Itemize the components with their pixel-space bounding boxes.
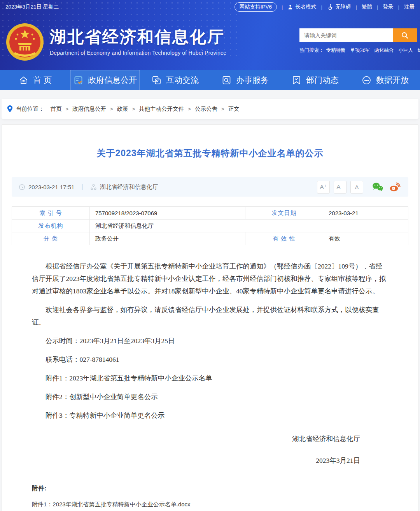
nav-home[interactable]: 首 页 (0, 70, 70, 90)
services-icon (221, 75, 232, 85)
signature-block: 湖北省经济和信息化厅 2023年3月21日 (32, 433, 388, 467)
font-increase-button[interactable]: A⁺ (317, 181, 330, 194)
separator: > (188, 106, 191, 112)
weibo-share-icon[interactable] (389, 181, 401, 192)
breadcrumb: 当前位置： 首页 > 政府信息公开 > 政策 > 其他主动公开文件 > 公示公告… (2, 99, 418, 119)
document-info-table: 索 引 号 757009218/2023-07069 发文日期 2023-03-… (12, 206, 408, 245)
nav-services[interactable]: 办事服务 (210, 70, 280, 90)
publish-source: 湖北省经济和信息化厅 (100, 183, 158, 191)
table-row: 发布机构 湖北省经济和信息化厅 (12, 220, 408, 232)
paragraph: 根据省经信厅办公室《关于开展第五批专精特新中小企业培育工作的通知》（鄂经信办函〔… (32, 260, 388, 297)
paragraph: 附件1：2023年湖北省第五批专精特新中小企业公示名单 (32, 372, 388, 384)
article-meta-bar: 2023-03-21 17:51 | 湖北省经济和信息化厅 A⁺ A⁻ A (12, 177, 408, 197)
breadcrumb-other-docs[interactable]: 其他主动公开文件 (139, 105, 184, 113)
index-value: 757009218/2023-07069 (90, 207, 245, 220)
nav-government-info[interactable]: 政府信息公开 (70, 70, 140, 90)
table-row: 索 引 号 757009218/2023-07069 发文日期 2023-03-… (12, 207, 408, 220)
paragraph: 附件3：专精特新中小企业简单更名公示 (32, 409, 388, 422)
main-navigation: 首 页 政府信息公开 互动交流 办事服务 部门动态 数据开放 (0, 70, 420, 90)
login-link[interactable]: 登录 (383, 3, 393, 10)
separator: | (282, 4, 283, 10)
ipv6-badge[interactable]: 网站支持IPV6 (234, 2, 277, 12)
site-logo-link[interactable]: 湖北省经济和信息化厅 Department of Economy and Inf… (5, 23, 226, 61)
site-header: 2023年3月21日 星期二 网站支持IPV6 | 长者模式 | 无障碍 | 繁… (0, 0, 420, 70)
attachments-section: 附件: 附件1：2023年湖北省第五批专精特新中小企业公示名单.docx 附件2… (12, 485, 408, 511)
separator: | (321, 4, 322, 10)
separator: > (66, 106, 69, 112)
hot-search-label: 热门搜索： (299, 47, 324, 54)
paragraph: 联系电话：027-87814061 (32, 353, 388, 366)
index-label: 索 引 号 (12, 207, 90, 220)
paragraph: 公示时间：2023年3月21日至2023年3月25日 (32, 335, 388, 347)
breadcrumb-current: 正文 (228, 105, 239, 113)
font-decrease-button[interactable]: A⁻ (334, 181, 346, 194)
separator: | (81, 183, 83, 190)
nav-open-data[interactable]: 数据开放 (350, 70, 420, 90)
search-zone: 热门搜索： 专精特新 单项冠军 两化融合 小巨人 绿色工厂 (299, 28, 417, 54)
register-link[interactable]: 注册 (404, 3, 415, 10)
separator: > (132, 106, 135, 112)
paragraph: 附件2：创新型中小企业简单更名公示 (32, 391, 388, 403)
breadcrumb-announcements[interactable]: 公示公告 (195, 105, 217, 113)
publisher-value: 湖北省经济和信息化厅 (90, 220, 408, 232)
national-emblem (5, 23, 44, 61)
publish-time: 2023-03-21 17:51 (28, 184, 74, 190)
validity-label: 有 效 性 (245, 232, 323, 245)
wechat-share-icon[interactable] (372, 181, 384, 193)
article-body: 根据省经信厅办公室《关于开展第五批专精特新中小企业培育工作的通知》（鄂经信办函〔… (12, 260, 408, 467)
attachments-title: 附件: (32, 485, 388, 493)
breadcrumb-home[interactable]: 首页 (51, 105, 62, 113)
source-org-icon (90, 184, 97, 190)
search-icon (401, 31, 409, 40)
elder-mode-link[interactable]: 长者模式 (287, 3, 316, 10)
separator: | (398, 4, 399, 10)
category-label: 分 类 (12, 232, 90, 245)
gov-info-icon (73, 75, 84, 85)
hot-keyword[interactable]: 小巨人 (399, 47, 413, 54)
search-button[interactable] (393, 28, 417, 42)
home-icon (18, 75, 29, 85)
nav-department-news[interactable]: 部门动态 (280, 70, 350, 90)
table-row: 分 类 政务公开 有 效 性 有效 (12, 232, 408, 245)
font-reset-button[interactable]: A (350, 181, 363, 194)
department-news-icon (291, 75, 302, 85)
category-value: 政务公开 (90, 232, 245, 245)
article-title: 关于2023年湖北省第五批专精特新中小企业名单的公示 (12, 147, 408, 159)
validity-value: 有效 (323, 232, 408, 245)
issue-date-value: 2023-03-21 (323, 207, 408, 220)
current-date: 2023年3月21日 星期二 (5, 3, 59, 10)
hot-keyword[interactable]: 绿色工厂 (418, 47, 420, 54)
top-utility-bar: 2023年3月21日 星期二 网站支持IPV6 | 长者模式 | 无障碍 | 繁… (0, 0, 420, 14)
interaction-icon (151, 75, 162, 85)
elder-icon (287, 4, 293, 10)
hot-keyword[interactable]: 专精特新 (326, 47, 346, 54)
search-input[interactable] (299, 28, 393, 42)
signature-org: 湖北省经济和信息化厅 (32, 433, 360, 445)
site-subtitle: Department of Economy and Information Te… (50, 50, 226, 56)
separator: | (377, 4, 378, 10)
clock-icon (19, 184, 25, 190)
accessibility-link[interactable]: 无障碍 (327, 3, 351, 10)
accessibility-icon (327, 4, 333, 10)
breadcrumb-label: 当前位置： (16, 105, 44, 113)
location-pin-icon (7, 105, 13, 113)
nav-interaction[interactable]: 互动交流 (140, 70, 210, 90)
traditional-chinese-link[interactable]: 繁體 (362, 3, 372, 10)
signature-date: 2023年3月21日 (32, 454, 360, 467)
site-banner: 湖北省经济和信息化厅 Department of Economy and Inf… (0, 14, 420, 70)
attachment-link[interactable]: 附件1：2023年湖北省第五批专精特新中小企业公示名单.docx (32, 501, 388, 508)
separator: | (355, 4, 357, 10)
site-title: 湖北省经济和信息化厅 (50, 28, 226, 46)
hot-keyword[interactable]: 两化融合 (374, 47, 394, 54)
breadcrumb-gov-info[interactable]: 政府信息公开 (72, 105, 106, 113)
issue-date-label: 发文日期 (245, 207, 323, 220)
open-data-icon (361, 75, 372, 85)
breadcrumb-policy[interactable]: 政策 (117, 105, 128, 113)
hot-search-row: 热门搜索： 专精特新 单项冠军 两化融合 小巨人 绿色工厂 (299, 47, 417, 54)
article-card: 关于2023年湖北省第五批专精特新中小企业名单的公示 2023-03-21 17… (2, 124, 418, 511)
paragraph: 欢迎社会各界参与监督，如有异议，请反馈省经信厅中小企业发展处，并提供佐证材料和联… (32, 303, 388, 328)
publisher-label: 发布机构 (12, 220, 90, 232)
separator: > (221, 106, 224, 112)
hot-keyword[interactable]: 单项冠军 (350, 47, 370, 54)
separator: > (110, 106, 113, 112)
